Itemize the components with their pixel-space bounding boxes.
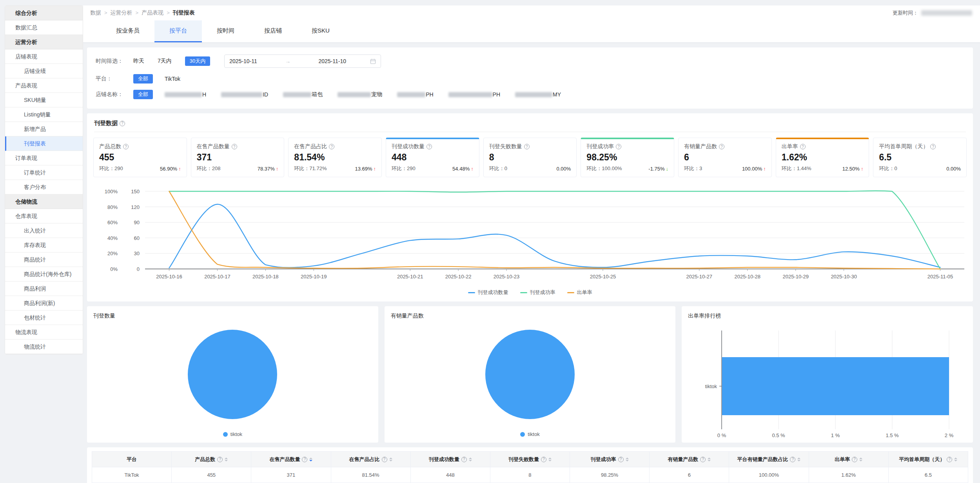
pie-chart[interactable] <box>485 330 575 419</box>
time-option[interactable]: 昨天 <box>133 58 144 65</box>
tab[interactable]: 按时间 <box>202 20 249 42</box>
stat-card[interactable]: 刊登成功数量 448 环比：290 54.48%↑ <box>386 138 479 177</box>
sidebar-item[interactable]: 物流表现 <box>5 325 83 340</box>
help-icon[interactable] <box>120 121 125 126</box>
tab[interactable]: 按SKU <box>297 20 345 42</box>
time-option[interactable]: 7天内 <box>158 58 172 65</box>
breadcrumb-item[interactable]: 产品表现 <box>142 9 163 16</box>
help-icon[interactable] <box>852 457 857 462</box>
sidebar-item[interactable]: 订单统计 <box>5 165 83 180</box>
tab[interactable]: 按平台 <box>154 20 202 42</box>
sidebar-item[interactable]: SKU销量 <box>5 93 83 107</box>
store-option[interactable]: PH <box>448 91 500 98</box>
table-row[interactable]: TikTok45537181.54%448898.25%6100.00%1.62… <box>92 467 968 483</box>
sidebar-item[interactable]: 订单表现 <box>5 151 83 165</box>
store-option[interactable]: 箱包 <box>283 91 323 98</box>
help-icon[interactable] <box>123 144 129 149</box>
store-option[interactable]: PH <box>397 91 433 98</box>
sidebar-item[interactable]: Listing销量 <box>5 107 83 122</box>
sort-carets[interactable] <box>708 456 711 463</box>
help-icon[interactable] <box>700 457 706 462</box>
sidebar-item[interactable]: 产品表现 <box>5 78 83 93</box>
store-option[interactable]: 宠物 <box>338 91 382 98</box>
sidebar-item[interactable]: 新增产品 <box>5 122 83 136</box>
legend-item[interactable]: 刊登成功数量 <box>468 289 508 296</box>
sidebar-item[interactable]: 仓库表现 <box>5 209 83 223</box>
legend-item[interactable]: 刊登成功率 <box>520 289 555 296</box>
help-icon[interactable] <box>382 457 387 462</box>
sidebar-item[interactable]: 刊登报表 <box>5 136 83 151</box>
tab[interactable]: 按业务员 <box>101 20 154 42</box>
stat-card[interactable]: 在售产品占比 81.54% 环比：71.72% 13.69%↑ <box>288 138 382 177</box>
sort-carets[interactable] <box>309 456 312 463</box>
table-header-cell[interactable]: 有销量产品数 <box>650 452 729 467</box>
help-icon[interactable] <box>616 144 621 149</box>
stat-card[interactable]: 有销量产品数 6 环比：3 100.00%↑ <box>678 138 772 177</box>
help-icon[interactable] <box>618 457 624 462</box>
stat-card[interactable]: 平均首单周期（天） 6.5 环比：0 0.00% <box>873 138 967 177</box>
table-header-cell[interactable]: 刊登成功数量 <box>410 452 490 467</box>
help-icon[interactable] <box>232 144 237 149</box>
help-icon[interactable] <box>329 144 334 149</box>
sort-carets[interactable] <box>954 456 957 463</box>
stat-card[interactable]: 产品总数 455 环比：290 56.90%↑ <box>93 138 187 177</box>
table-header-cell[interactable]: 在售产品占比 <box>331 452 410 467</box>
store-option[interactable]: MY <box>515 91 561 98</box>
help-icon[interactable] <box>217 457 223 462</box>
table-header-cell[interactable]: 产品总数 <box>172 452 251 467</box>
date-range-input[interactable]: 2025-10-11 → 2025-11-10 <box>224 54 381 68</box>
platform-option[interactable]: TikTok <box>165 76 180 82</box>
sidebar-item[interactable]: 出入统计 <box>5 223 83 238</box>
store-option[interactable]: H <box>165 91 206 98</box>
sidebar-item[interactable]: 店铺业绩 <box>5 64 83 78</box>
table-header-cell[interactable]: 刊登失败数量 <box>490 452 570 467</box>
legend-item[interactable]: 出单率 <box>567 289 592 296</box>
stat-card[interactable]: 在售产品数量 371 环比：208 78.37%↑ <box>191 138 285 177</box>
help-icon[interactable] <box>800 144 806 149</box>
sidebar-item[interactable]: 店铺表现 <box>5 49 83 64</box>
platform-option-active[interactable]: 全部 <box>133 74 153 84</box>
sort-carets[interactable] <box>548 456 552 463</box>
sidebar-item[interactable]: 商品统计(海外仓库) <box>5 267 83 281</box>
help-icon[interactable] <box>719 144 724 149</box>
help-icon[interactable] <box>947 457 952 462</box>
table-header-cell[interactable]: 刊登成功率 <box>570 452 650 467</box>
sidebar-item[interactable]: 客户分布 <box>5 180 83 194</box>
stat-card[interactable]: 刊登成功率 98.25% 环比：100.00% -1.75%↓ <box>581 138 674 177</box>
sort-carets[interactable] <box>859 456 862 463</box>
sort-carets[interactable] <box>225 456 228 463</box>
sidebar-item[interactable]: 商品利润 <box>5 281 83 296</box>
store-option-active[interactable]: 全部 <box>133 90 153 99</box>
help-icon[interactable] <box>461 457 467 462</box>
help-icon[interactable] <box>541 457 546 462</box>
stat-card[interactable]: 出单率 1.62% 环比：1.44% 12.50%↑ <box>776 138 869 177</box>
sidebar-item[interactable]: 数据汇总 <box>5 20 83 35</box>
stat-card[interactable]: 刊登失败数量 8 环比：0 0.00% <box>483 138 577 177</box>
store-option[interactable]: ID <box>221 91 268 98</box>
sort-carets[interactable] <box>797 456 800 463</box>
help-icon[interactable] <box>930 144 936 149</box>
sidebar-item[interactable]: 包材统计 <box>5 310 83 325</box>
table-header-cell[interactable]: 出单率 <box>809 452 888 467</box>
help-icon[interactable] <box>524 144 530 149</box>
help-icon[interactable] <box>302 457 307 462</box>
pie-legend-item[interactable]: tiktok <box>520 431 539 437</box>
sidebar-item[interactable]: 库存表现 <box>5 238 83 252</box>
sidebar-item[interactable]: 商品利润(新) <box>5 296 83 310</box>
sort-carets[interactable] <box>626 456 629 463</box>
help-icon[interactable] <box>426 144 432 149</box>
breadcrumb-item[interactable]: 运营分析 <box>111 9 132 16</box>
sort-carets[interactable] <box>469 456 472 463</box>
sidebar-item[interactable]: 商品统计 <box>5 252 83 267</box>
pie-chart[interactable] <box>188 330 277 419</box>
sort-carets[interactable] <box>389 456 392 463</box>
tab[interactable]: 按店铺 <box>249 20 297 42</box>
table-header-cell[interactable]: 平均首单周期（天） <box>888 452 968 467</box>
breadcrumb-item[interactable]: 数据 <box>90 9 101 16</box>
time-option-active[interactable]: 30天内 <box>185 56 210 66</box>
table-header-cell[interactable]: 在售产品数量 <box>251 452 331 467</box>
pie-legend-item[interactable]: tiktok <box>223 431 242 437</box>
help-icon[interactable] <box>790 457 795 462</box>
sidebar-item[interactable]: 物流统计 <box>5 340 83 354</box>
table-header-cell[interactable]: 平台有销量产品数占比 <box>729 452 809 467</box>
